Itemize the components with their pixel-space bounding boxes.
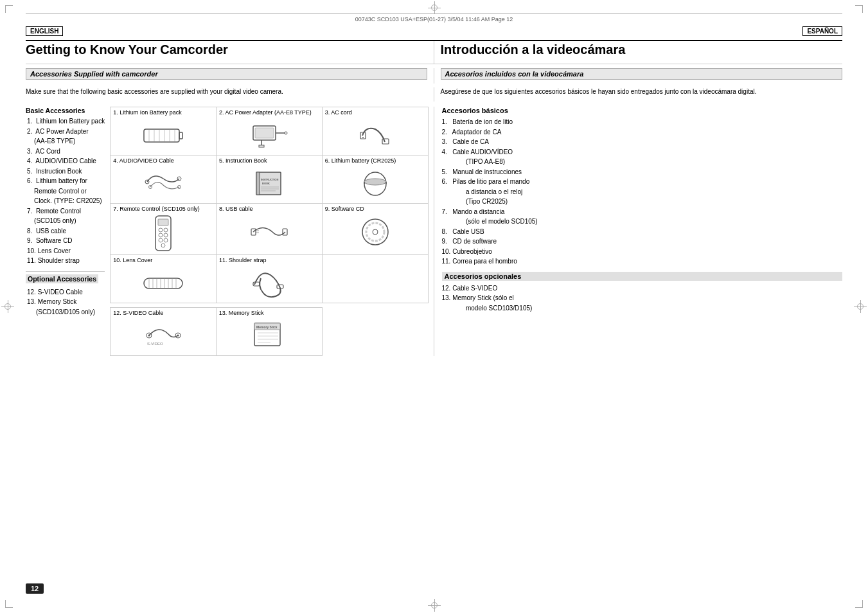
accessories-image-grid: 1. Lithium Ion Battery pack [110, 107, 428, 303]
svg-point-36 [164, 228, 168, 232]
english-intro: Make sure that the following basic acces… [26, 87, 427, 96]
acc-label-3: 3. AC cord [325, 109, 425, 116]
svg-point-16 [362, 133, 364, 134]
acc-image-5: INSTRUCTION BOOK [219, 166, 319, 201]
list-item: 12. S-VIDEO Cable [26, 287, 105, 298]
spanish-badge: ESPAÑOL [802, 26, 842, 36]
svg-point-30 [364, 179, 386, 185]
list-item: 1. Batería de ion de litio [442, 117, 843, 127]
spanish-accessories-list: 1. Batería de ion de litio 2. Adaptador … [442, 117, 843, 267]
list-item: 13. Memory Stick (SCD103/D105 only) [26, 297, 105, 317]
list-item: 2. AC Power Adapter (AA-E8 TYPE) [26, 127, 105, 147]
spanish-optional-list: 12. Cable S-VIDEO 13. Memory Stick (sólo… [442, 283, 843, 314]
list-item: 9. Software CD [26, 236, 105, 246]
spanish-section-header: Accesorios incluidos con la videocámara [441, 68, 843, 80]
acc-image-11 [219, 265, 319, 301]
svg-point-37 [159, 233, 163, 237]
svg-point-41 [161, 244, 165, 247]
list-item: 6. Lithium battery for Remote Control or… [26, 176, 105, 206]
list-item: 9. CD de software [442, 236, 843, 247]
list-item: 3. AC Cord [26, 147, 105, 157]
file-header: 00743C SCD103 USA+ESP(01-27) 3/5/04 11:4… [26, 13, 842, 22]
svg-rect-13 [259, 145, 264, 147]
svg-text:S-VIDEO: S-VIDEO [147, 342, 163, 346]
acc-label-1: 1. Lithium Ion Battery pack [113, 109, 213, 116]
list-item: 4. Cable AUDIO/VÍDEO (TIPO AA-E8) [442, 147, 843, 167]
acc-image-9 [325, 214, 425, 249]
svg-rect-49 [144, 278, 182, 289]
list-item: 6. Pilas de litio para el mando a distan… [442, 177, 843, 207]
list-item: 8. USB cable [26, 226, 105, 236]
acc-label-8: 8. USB cable [219, 206, 319, 212]
list-item: 13. Memory Stick (sólo el modelo SCD103/… [442, 293, 843, 313]
svg-point-38 [164, 233, 168, 237]
acc-image-4 [113, 166, 213, 201]
svg-rect-34 [158, 219, 168, 226]
acc-label-5: 5. Instruction Book [219, 157, 319, 164]
svg-point-62 [148, 335, 150, 337]
list-item: 10. Lens Cover [26, 246, 105, 256]
svg-point-48 [366, 223, 384, 241]
acc-image-12: S-VIDEO [113, 318, 213, 353]
spanish-main-title: Introducción a la videocámara [441, 42, 843, 57]
svg-point-39 [159, 238, 163, 242]
svg-point-47 [373, 229, 378, 235]
page-number: 12 [26, 583, 44, 594]
acc-image-2 [219, 118, 319, 153]
acc-label-12: 12. S-VIDEO Cable [113, 310, 213, 316]
english-main-title: Getting to Know Your Camcorder [26, 42, 434, 57]
acc-image-6 [325, 166, 425, 201]
acc-image-8 [219, 214, 319, 249]
spanish-optional-title: Accesorios opcionales [442, 272, 843, 281]
list-item: 12. Cable S-VIDEO [442, 283, 843, 294]
spanish-intro: Asegúrese de que los siguientes accesori… [441, 87, 843, 96]
list-item: 5. Manual de instrucciones [442, 167, 843, 177]
acc-image-7 [113, 214, 213, 253]
acc-label-2: 2. AC Power Adapter (AA-E8 TYPE) [219, 109, 319, 116]
list-item: 11. Correa para el hombro [442, 256, 843, 267]
acc-label-4: 4. AUDIO/VIDEO Cable [113, 157, 213, 164]
acc-image-3 [325, 118, 425, 153]
svg-rect-9 [255, 128, 274, 138]
acc-label-10: 10. Lens Cover [113, 257, 213, 263]
acc-label-6: 6. Lithium battery (CR2025) [325, 157, 425, 164]
list-item: 4. AUDIO/VIDEO Cable [26, 156, 105, 166]
english-optional-list: 12. S-VIDEO Cable 13. Memory Stick (SCD1… [26, 287, 105, 317]
list-item: 2. Adaptador de CA [442, 127, 843, 138]
svg-point-40 [164, 238, 168, 242]
english-badge: ENGLISH [26, 26, 63, 36]
english-section-header: Accessories Supplied with camcorder [26, 68, 427, 80]
acc-image-10 [113, 265, 213, 301]
list-item: 8. Cable USB [442, 227, 843, 237]
acc-label-11: 11. Shoulder strap [219, 257, 319, 263]
optional-accessories-image-grid: 12. S-VIDEO Cable S- [110, 307, 322, 356]
svg-text:BOOK: BOOK [262, 182, 270, 185]
list-item: 11. Shoulder strap [26, 256, 105, 266]
list-item: 7. Mando a distancia (sólo el modelo SCD… [442, 207, 843, 227]
svg-point-17 [362, 137, 364, 138]
optional-accessories-title: Optional Accessories [26, 274, 98, 283]
basic-accessories-title: Basic Accessories [26, 107, 105, 114]
list-item: 5. Instruction Book [26, 166, 105, 177]
acc-label-7: 7. Remote Control (SCD105 only) [113, 206, 213, 212]
list-item: 7. Remote Control (SCD105 only) [26, 206, 105, 226]
acc-label-9: 9. Software CD [325, 206, 425, 212]
list-item: 1. Lithium Ion Battery pack [26, 116, 105, 127]
acc-label-13: 13. Memory Stick [219, 310, 319, 316]
svg-rect-1 [179, 132, 182, 139]
svg-text:Memory Stick: Memory Stick [256, 325, 278, 329]
spanish-basic-title: Accesorios básicos [442, 107, 843, 114]
svg-point-35 [159, 228, 163, 232]
acc-image-13: Memory Stick [219, 318, 319, 353]
svg-point-63 [177, 335, 179, 337]
svg-rect-23 [256, 172, 260, 195]
acc-image-1 [113, 118, 213, 153]
svg-rect-15 [382, 139, 389, 144]
list-item: 10. Cubreobjetivo [442, 247, 843, 257]
list-item: 3. Cable de CA [442, 137, 843, 147]
svg-text:INSTRUCTION: INSTRUCTION [261, 178, 278, 181]
english-accessories-list: 1. Lithium Ion Battery pack 2. AC Power … [26, 116, 105, 266]
